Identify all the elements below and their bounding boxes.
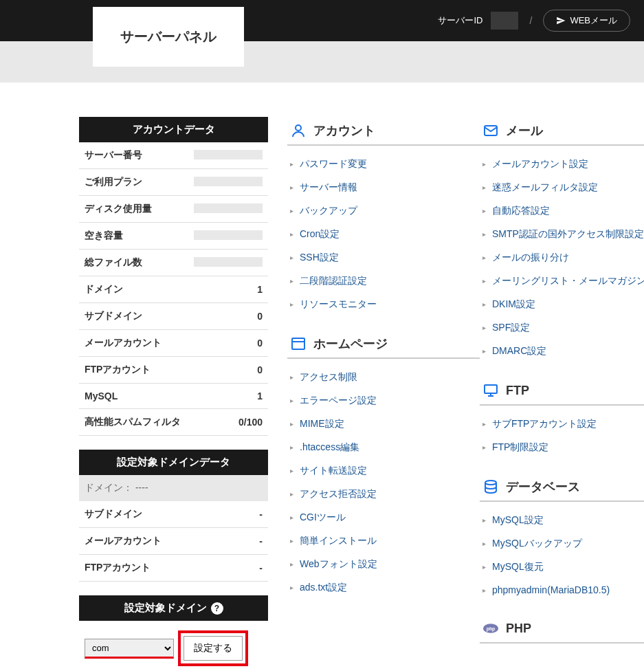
svg-text:php: php [487, 626, 496, 632]
table-row: ディスク使用量 [79, 196, 268, 223]
list-item[interactable]: アクセス制限 [287, 366, 480, 389]
target-domain-data-table: サブドメイン- メールアカウント- FTPアカウント- [79, 501, 268, 582]
list-item[interactable]: サイト転送設定 [287, 459, 480, 483]
window-icon [290, 336, 307, 352]
list-item[interactable]: MIME設定 [287, 412, 480, 436]
php-icon: php [482, 620, 499, 637]
main-content: アカウント パスワード変更 サーバー情報 バックアップ Cron設定 SSH設定… [287, 117, 644, 657]
table-row: サーバー番号 [79, 142, 268, 169]
table-row: ご利用プラン [79, 169, 268, 196]
list-item[interactable]: SMTP認証の国外アクセス制限設定 [480, 223, 644, 246]
list-item[interactable]: メールの振り分け [480, 246, 644, 270]
section-title: アカウント [313, 122, 375, 139]
list-item[interactable]: MySQLバックアップ [480, 532, 644, 556]
list-item[interactable]: 迷惑メールフィルタ設定 [480, 176, 644, 199]
separator: / [529, 15, 532, 26]
section-account: アカウント パスワード変更 サーバー情報 バックアップ Cron設定 SSH設定… [287, 117, 480, 316]
account-links: パスワード変更 サーバー情報 バックアップ Cron設定 SSH設定 二段階認証… [287, 153, 480, 316]
list-item[interactable]: DKIM設定 [480, 293, 644, 316]
person-icon [290, 122, 307, 139]
list-item[interactable]: Cron設定 [287, 223, 480, 246]
list-item[interactable]: 自動応答設定 [480, 199, 644, 223]
table-row: MySQL1 [79, 384, 268, 409]
table-row: 高性能スパムフィルタ0/100 [79, 409, 268, 436]
table-row: FTPアカウント- [79, 555, 268, 582]
table-row: 空き容量 [79, 223, 268, 250]
list-item[interactable]: バックアップ [287, 199, 480, 223]
list-item[interactable]: メーリングリスト・メールマガジン [480, 270, 644, 293]
table-row: メールアカウント- [79, 528, 268, 555]
database-links: MySQL設定 MySQLバックアップ MySQL復元 phpmyadmin(M… [480, 509, 644, 601]
list-item[interactable]: SSH設定 [287, 246, 480, 270]
list-item[interactable]: サブFTPアカウント設定 [480, 412, 644, 436]
ftp-links: サブFTPアカウント設定 FTP制限設定 [480, 412, 644, 459]
list-item[interactable]: phpmyadmin(MariaDB10.5) [480, 579, 644, 601]
sidebar: アカウントデータ サーバー番号 ご利用プラン ディスク使用量 空き容量 総ファイ… [79, 117, 268, 671]
list-item[interactable]: パスワード変更 [287, 153, 480, 176]
section-title: PHP [506, 622, 531, 636]
section-title: データベース [506, 478, 580, 495]
logo: サーバーパネル [93, 7, 244, 67]
list-item[interactable]: CGIツール [287, 506, 480, 529]
domain-select[interactable]: com [85, 639, 174, 659]
svg-point-7 [485, 481, 496, 485]
mail-icon [482, 122, 499, 139]
table-row: サブドメイン- [79, 501, 268, 528]
paper-plane-icon [556, 16, 566, 25]
table-row: サブドメイン0 [79, 303, 268, 330]
list-item[interactable]: サーバー情報 [287, 176, 480, 199]
section-title: メール [506, 122, 543, 139]
list-item[interactable]: .htaccess編集 [287, 436, 480, 459]
list-item[interactable]: ads.txt設定 [287, 576, 480, 600]
table-row: ドメイン1 [79, 276, 268, 303]
list-item[interactable]: DMARC設定 [480, 340, 644, 363]
database-icon [482, 478, 499, 495]
webmail-label: WEBメール [570, 14, 617, 27]
set-button[interactable]: 設定する [184, 636, 243, 661]
server-id-value [491, 12, 518, 30]
list-item[interactable]: 簡単インストール [287, 529, 480, 553]
highlight-box: 設定する [178, 630, 248, 666]
svg-point-0 [296, 125, 301, 131]
list-item[interactable]: MySQL設定 [480, 509, 644, 532]
list-item[interactable]: FTP制限設定 [480, 436, 644, 459]
domain-label-row: ドメイン： ---- [79, 475, 268, 501]
section-title: ホームページ [313, 336, 388, 352]
section-mail: メール メールアカウント設定 迷惑メールフィルタ設定 自動応答設定 SMTP認証… [480, 117, 644, 363]
target-domain-data-header: 設定対象ドメインデータ [79, 450, 268, 475]
table-row: メールアカウント0 [79, 330, 268, 357]
account-data-table: サーバー番号 ご利用プラン ディスク使用量 空き容量 総ファイル数 ドメイン1 … [79, 142, 268, 436]
server-id-label: サーバーID [438, 14, 482, 27]
list-item[interactable]: Webフォント設定 [287, 553, 480, 576]
target-domain-title: 設定対象ドメイン [124, 602, 207, 615]
list-item[interactable]: リソースモニター [287, 293, 480, 316]
section-database: データベース MySQL設定 MySQLバックアップ MySQL復元 phpmy… [480, 473, 644, 601]
account-data-header: アカウントデータ [79, 117, 268, 142]
homepage-links: アクセス制限 エラーページ設定 MIME設定 .htaccess編集 サイト転送… [287, 366, 480, 600]
table-row: FTPアカウント0 [79, 357, 268, 384]
table-row: 総ファイル数 [79, 250, 268, 276]
list-item[interactable]: アクセス拒否設定 [287, 483, 480, 506]
list-item[interactable]: SPF設定 [480, 316, 644, 340]
webmail-button[interactable]: WEBメール [543, 10, 630, 32]
list-item[interactable]: エラーページ設定 [287, 389, 480, 412]
subheader: サーバーパネル [0, 41, 644, 82]
section-title: FTP [506, 384, 529, 398]
mail-links: メールアカウント設定 迷惑メールフィルタ設定 自動応答設定 SMTP認証の国外ア… [480, 153, 644, 363]
target-domain-header: 設定対象ドメイン ? [79, 595, 268, 621]
section-homepage: ホームページ アクセス制限 エラーページ設定 MIME設定 .htaccess編… [287, 330, 480, 600]
list-item[interactable]: メールアカウント設定 [480, 153, 644, 176]
help-icon[interactable]: ? [211, 602, 223, 615]
list-item[interactable]: 二段階認証設定 [287, 270, 480, 293]
list-item[interactable]: MySQL復元 [480, 556, 644, 579]
section-php: php PHP [480, 615, 644, 644]
svg-rect-1 [292, 338, 304, 349]
monitor-icon [482, 382, 499, 399]
section-ftp: FTP サブFTPアカウント設定 FTP制限設定 [480, 377, 644, 459]
svg-rect-4 [485, 385, 497, 393]
